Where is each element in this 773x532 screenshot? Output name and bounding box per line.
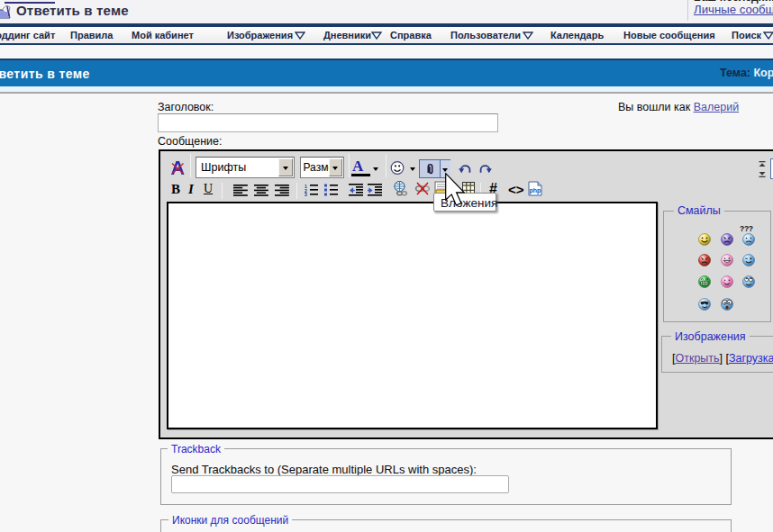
svg-text:php: php <box>530 187 541 194</box>
svg-text:3: 3 <box>305 192 307 196</box>
